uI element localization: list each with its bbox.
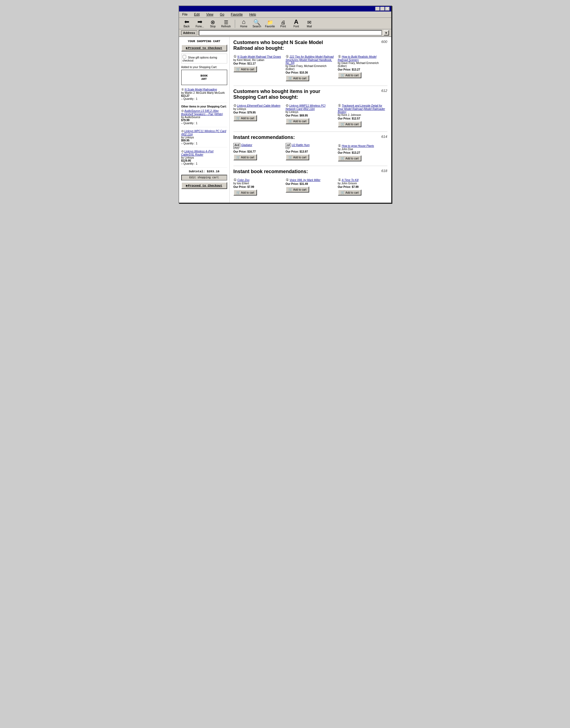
product-1-2-by: by Dave Frary, Michael Emmerich (Editor) [286, 64, 327, 70]
proceed-checkout-button-top[interactable]: ▶Proceed to Checkout [181, 45, 227, 51]
product-2-2-icon: ⊙ [286, 103, 289, 107]
address-dropdown[interactable]: ▼ [383, 30, 389, 36]
gift-checkbox[interactable] [183, 55, 186, 58]
forward-label: Forw... [196, 25, 204, 28]
add-to-cart-3-1[interactable]: 🛒Add to cart [234, 154, 257, 160]
product-3-3-by: by John Doe [338, 148, 353, 151]
product-3-2: cd U2 Rattle Hum CD Our Price: $13.97 🛒A… [286, 144, 335, 161]
add-to-cart-2-2[interactable]: 🛒Add to cart [286, 118, 309, 124]
product-4-3-by: by John Grisom [338, 182, 357, 185]
section3-products: dvd Gladiator DVD Our Price: $16.77 🛒Add… [234, 144, 387, 161]
home-icon: ⌂ [242, 19, 246, 25]
cart-item-1-qty: – Quantity : 1 [181, 97, 197, 100]
cart-item-2-icon: ⊙ [181, 109, 184, 112]
menu-go[interactable]: Go [219, 12, 225, 17]
back-button[interactable]: ⬅ Back [181, 19, 192, 28]
product-2-1-title[interactable]: Linksys EthernetFast Cable Modem [237, 104, 280, 107]
product-3-1-title[interactable]: Gladiator [241, 144, 252, 147]
product-1-3-title[interactable]: How to Build Realistic Model Railroad Sc… [338, 55, 377, 61]
title-bar: _ □ ✕ [179, 6, 391, 11]
maximize-button[interactable]: □ [380, 7, 385, 11]
product-3-1-type: DVD [234, 147, 239, 150]
forward-button[interactable]: ➡ Forw... [194, 19, 205, 28]
cart-item-2-qty: – Quantity : 1 [181, 122, 197, 125]
menu-view[interactable]: View [205, 12, 215, 17]
stop-button[interactable]: ⊗ Stop [208, 19, 219, 28]
section1-header-line1: Customers who bought N Scale Model [234, 40, 323, 45]
add-to-cart-2-3[interactable]: 🛒Add to cart [338, 121, 361, 127]
minimize-button[interactable]: _ [375, 7, 380, 11]
stop-label: Stop [210, 25, 216, 28]
product-2-1: ⊙ Linksys EthernetFast Cable Modem by Li… [234, 103, 283, 127]
section4-products: ① Color Zoo by lois Ehlert Our Price: $7… [234, 178, 387, 196]
cart-item-4-qty: – Quantity : 1 [181, 162, 197, 165]
proceed-checkout-button-bottom[interactable]: ▶Proceed to Checkout [181, 182, 227, 189]
section4: Instant book recommendations: 618 ① Colo… [234, 169, 387, 196]
product-1-3-price: Our Price: $13.27 [338, 68, 387, 71]
cart-icon-3-3: 🛒 [341, 157, 345, 160]
font-icon: A [294, 19, 299, 25]
edit-cart-button[interactable]: Edit shopping cart [181, 175, 227, 181]
menu-edit[interactable]: Edit [193, 12, 201, 17]
home-button[interactable]: ⌂ Home [238, 19, 249, 28]
product-4-2: ① Voice XML by Mark Miller Our Price: $3… [286, 178, 335, 196]
product-1-2-title[interactable]: 222 Tips for Building Model Railroad Str… [286, 55, 334, 64]
product-2-2-title[interactable]: Linksys WMP11 Wireless PCI Network Card … [286, 104, 326, 110]
refresh-button[interactable]: ☰ Refresh [221, 20, 232, 28]
product-2-2-by: by Linksys [286, 110, 299, 113]
cart-item-2-price: $79.99 [181, 119, 190, 122]
add-to-cart-3-2[interactable]: 🛒Add to cart [286, 154, 309, 160]
product-1-1-title[interactable]: N Scale Model Railroad That Grows [237, 55, 281, 58]
added-to-cart-text: Added to your Shopping Cart: [181, 66, 227, 69]
book-art-line1: BOOK [183, 74, 226, 77]
product-3-2-title[interactable]: U2 Rattle Hum [292, 144, 310, 147]
search-icon: 🔍 [253, 19, 260, 25]
product-3-3-title[interactable]: How to grow House Plants [342, 145, 374, 148]
cart-item-3-title[interactable]: Linksys WPC11 Wireless PC Card (802.11b) [181, 130, 226, 136]
address-input[interactable] [199, 30, 382, 36]
proceed-icon-top: ▶ [186, 46, 188, 50]
product-4-2-title[interactable]: Voice XML by Mark Miller [290, 179, 320, 182]
close-button[interactable]: ✕ [385, 7, 389, 11]
cart-item-2: ⊙ AudioSource LS 545 2–Way Bookshelf Spe… [181, 109, 227, 127]
add-to-cart-3-3[interactable]: 🛒Add to cart [338, 155, 361, 161]
add-to-cart-2-1[interactable]: 🛒Add to cart [234, 115, 257, 121]
cart-item-2-title[interactable]: AudioSource LS 545 2–Way Bookshelf Speak… [181, 109, 223, 116]
product-4-1-title[interactable]: Color Zoo [237, 179, 249, 182]
cart-item-4-icon: ⊙ [181, 150, 184, 153]
menu-file[interactable]: File [181, 12, 189, 17]
add-to-cart-1-2[interactable]: 🛒Add to cart [286, 75, 309, 81]
back-label: Back [184, 25, 190, 28]
add-to-cart-1-3[interactable]: 🛒Add to cart [338, 72, 361, 78]
cart-item-3-by: by Linksys [181, 136, 194, 139]
browser-window: _ □ ✕ File Edit View Go Favorite Help ⬅ … [179, 5, 392, 203]
cart-item-4-title[interactable]: Linksys Wireless 4–Port Cable/DSL Router [181, 150, 214, 156]
favorite-button[interactable]: 📁 Favorite [265, 20, 276, 28]
forward-icon: ➡ [197, 19, 202, 25]
cart-item-3-qty: – Quantity : 1 [181, 142, 197, 145]
print-button[interactable]: 🖨 Print [278, 20, 289, 28]
cart-item-2-by: by AudioSource [181, 116, 200, 119]
add-to-cart-4-3[interactable]: 🛒Add to cart [338, 190, 361, 196]
add-to-cart-4-2[interactable]: 🛒Add to cart [286, 187, 309, 193]
section3-header: Instant recommendations: [234, 135, 295, 140]
product-1-3: ① How to Build Realistic Model Railroad … [338, 54, 387, 81]
add-to-cart-4-1[interactable]: 🛒Add to cart [234, 190, 257, 196]
product-4-3-title[interactable]: A Time To Kill [342, 179, 358, 182]
font-button[interactable]: A Font [291, 19, 302, 28]
print-label: Print [280, 25, 286, 28]
mail-button[interactable]: ✉ Mail [304, 20, 315, 28]
add-to-cart-1-1[interactable]: 🛒Add to cart [234, 66, 257, 72]
cart-item-1-title[interactable]: N Scale Model Railroading [185, 88, 217, 91]
search-button[interactable]: 🔍 Search [252, 19, 262, 28]
product-3-3-icon: ① [338, 144, 341, 148]
gift-label: Show gift options during checkout [183, 56, 217, 62]
product-4-3-icon: ① [338, 178, 341, 182]
product-2-3-price: Our Price: $12.57 [338, 117, 387, 120]
product-1-1-by: by Kent Wood, Ric Laban [234, 58, 264, 61]
menu-favorite[interactable]: Favorite [230, 12, 244, 17]
menu-help[interactable]: Help [248, 12, 257, 17]
section1: Customers who bought N Scale Model Railr… [234, 40, 387, 81]
product-2-3-title[interactable]: Trackwork and Lineside Detail for Your M… [338, 104, 385, 113]
menu-bar: File Edit View Go Favorite Help [179, 11, 391, 18]
